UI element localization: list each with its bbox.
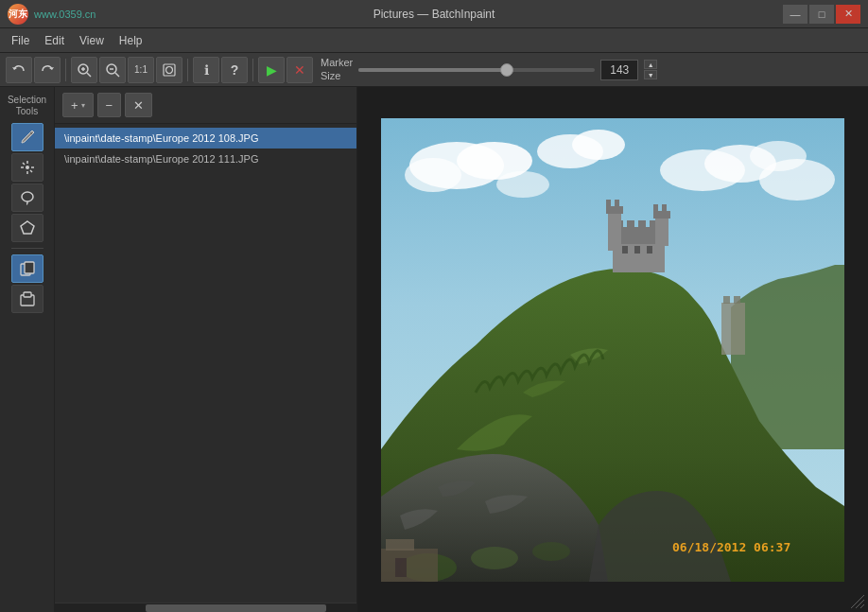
- lasso-tool-button[interactable]: [11, 184, 43, 212]
- menubar: File Edit View Help: [0, 28, 868, 53]
- file-item[interactable]: \inpaint\date-stamp\Europe 2012 111.JPG: [55, 149, 356, 169]
- svg-line-63: [860, 604, 864, 608]
- svg-rect-43: [615, 200, 619, 207]
- brush-tool-button[interactable]: [11, 123, 43, 151]
- image-panel[interactable]: 06/18/2012 06:37: [357, 87, 868, 612]
- titlebar-left: 河东 www.0359.cn: [8, 4, 95, 25]
- site-text: www.0359.cn: [34, 9, 95, 20]
- tool-separator: [11, 248, 43, 249]
- svg-marker-18: [21, 221, 34, 234]
- app-logo: 河东: [8, 4, 28, 25]
- marker-down-button[interactable]: ▼: [644, 70, 657, 79]
- clear-files-button[interactable]: ✕: [125, 93, 152, 117]
- svg-rect-37: [627, 220, 634, 228]
- svg-rect-48: [622, 246, 628, 254]
- polygon-lasso-tool-button[interactable]: [11, 214, 43, 242]
- marker-spinners: ▲ ▼: [644, 60, 657, 79]
- marker-value[interactable]: 143: [600, 60, 638, 80]
- selection-tools-label: Selection Tools: [7, 95, 48, 117]
- window-controls: — □ ✕: [783, 5, 860, 24]
- castle-scene: 06/18/2012 06:37: [381, 118, 844, 582]
- marker-up-button[interactable]: ▲: [644, 60, 657, 69]
- marker-size-label: MarkerSize: [321, 57, 353, 81]
- svg-point-28: [572, 130, 625, 160]
- left-tools-panel: Selection Tools: [0, 87, 55, 612]
- svg-rect-51: [721, 303, 745, 355]
- file-panel: + ▾ − ✕ \inpaint\date-stamp\Europe 2012 …: [55, 87, 357, 612]
- run-button[interactable]: ▶: [258, 57, 285, 83]
- menu-view[interactable]: View: [72, 31, 112, 50]
- svg-line-62: [856, 600, 864, 608]
- svg-point-26: [405, 158, 461, 192]
- separator-3: [252, 59, 253, 81]
- maximize-button[interactable]: □: [809, 5, 834, 24]
- svg-text:06/18/2012  06:37: 06/18/2012 06:37: [672, 540, 790, 554]
- svg-line-6: [115, 73, 119, 77]
- svg-point-56: [532, 542, 570, 561]
- svg-rect-58: [386, 539, 414, 551]
- redo-button[interactable]: [34, 57, 61, 83]
- logo-text: 河东: [9, 8, 27, 21]
- menu-file[interactable]: File: [4, 31, 37, 50]
- add-dropdown-arrow[interactable]: ▾: [81, 101, 85, 110]
- paste-tool-button[interactable]: [11, 285, 43, 313]
- file-toolbar: + ▾ − ✕: [55, 87, 356, 124]
- svg-rect-44: [655, 218, 668, 246]
- svg-line-14: [23, 163, 25, 165]
- svg-rect-7: [164, 64, 175, 76]
- main-content: Selection Tools + ▾ − ✕: [0, 87, 868, 612]
- svg-rect-38: [638, 220, 646, 228]
- svg-point-8: [166, 66, 173, 73]
- copy-tool-button[interactable]: [11, 254, 43, 283]
- svg-rect-47: [662, 204, 667, 212]
- svg-rect-57: [381, 549, 438, 582]
- svg-rect-52: [723, 296, 730, 304]
- svg-line-3: [87, 73, 91, 77]
- magic-wand-tool-button[interactable]: [11, 153, 43, 182]
- svg-rect-45: [653, 211, 670, 219]
- file-item[interactable]: \inpaint\date-stamp\Europe 2012 108.JPG: [55, 128, 356, 149]
- zoom-out-button[interactable]: [99, 57, 126, 83]
- minimize-button[interactable]: —: [783, 5, 807, 24]
- info-button[interactable]: ℹ: [193, 57, 219, 83]
- svg-rect-50: [647, 246, 652, 254]
- file-scrollbar[interactable]: [55, 603, 356, 612]
- separator-2: [187, 59, 188, 81]
- undo-button[interactable]: [6, 57, 32, 83]
- toolbar: 1:1 ℹ ? ▶ ✕ MarkerSize 143 ▲ ▼: [0, 53, 868, 87]
- svg-rect-59: [395, 558, 407, 577]
- remove-file-button[interactable]: −: [97, 93, 122, 117]
- svg-rect-42: [606, 200, 611, 207]
- stop-button[interactable]: ✕: [286, 57, 313, 83]
- file-scrollbar-thumb[interactable]: [146, 604, 326, 612]
- svg-point-16: [26, 166, 29, 169]
- svg-point-32: [750, 141, 807, 171]
- window-title: Pictures — BatchInpaint: [373, 8, 495, 21]
- marker-size-area: MarkerSize 143 ▲ ▼: [321, 57, 657, 81]
- resize-handle[interactable]: [851, 595, 864, 608]
- zoom-100-button[interactable]: 1:1: [128, 57, 154, 83]
- svg-rect-46: [653, 204, 658, 212]
- svg-rect-53: [734, 296, 740, 304]
- marker-slider[interactable]: [358, 68, 595, 72]
- zoom-in-button[interactable]: [71, 57, 97, 83]
- add-file-button[interactable]: + ▾: [62, 93, 94, 117]
- separator-1: [65, 59, 66, 81]
- svg-rect-20: [25, 262, 34, 273]
- menu-help[interactable]: Help: [112, 31, 150, 50]
- svg-point-55: [471, 547, 518, 569]
- help-button[interactable]: ?: [221, 57, 248, 83]
- file-list: \inpaint\date-stamp\Europe 2012 108.JPG …: [55, 124, 356, 603]
- svg-line-15: [30, 170, 32, 172]
- titlebar: 河东 www.0359.cn Pictures — BatchInpaint —…: [0, 0, 868, 28]
- svg-point-33: [496, 171, 549, 198]
- svg-rect-40: [608, 213, 621, 251]
- svg-rect-22: [24, 292, 31, 297]
- image-container: 06/18/2012 06:37: [357, 87, 868, 612]
- menu-edit[interactable]: Edit: [37, 31, 72, 50]
- close-button[interactable]: ✕: [836, 5, 860, 24]
- svg-rect-41: [606, 206, 623, 214]
- svg-point-17: [22, 192, 33, 201]
- zoom-fit-button[interactable]: [156, 57, 182, 83]
- svg-rect-49: [634, 246, 640, 254]
